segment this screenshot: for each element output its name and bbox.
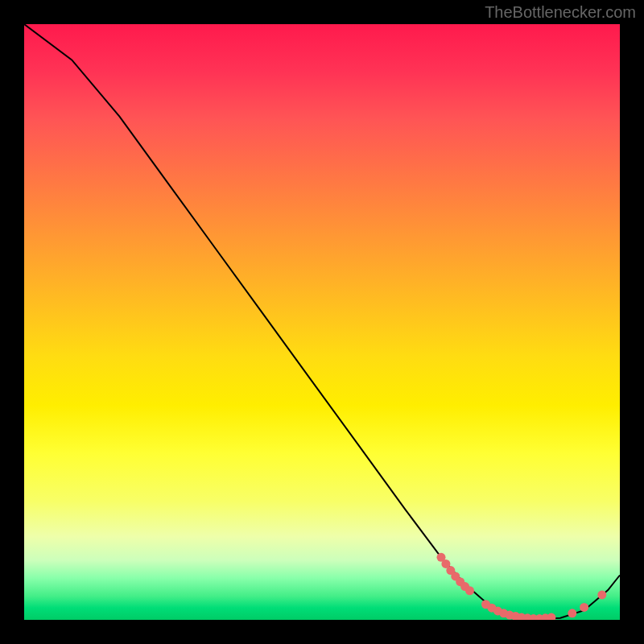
bottleneck-curve-line (24, 24, 620, 619)
data-marker (547, 613, 555, 620)
chart-svg (24, 24, 620, 620)
data-marker (568, 609, 576, 617)
data-marker (465, 586, 474, 595)
data-marker (597, 590, 606, 599)
data-marker (580, 603, 588, 612)
attribution-text: TheBottlenecker.com (485, 3, 636, 22)
chart-plot-area (24, 24, 620, 620)
data-markers (437, 553, 607, 620)
